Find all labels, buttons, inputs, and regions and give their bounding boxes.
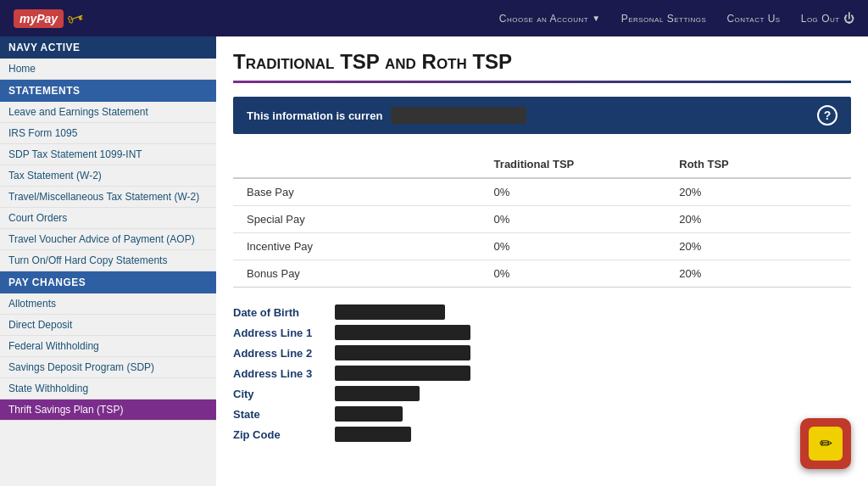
row-traditional: 0% — [481, 206, 666, 233]
personal-info-row: Address Line 2 — [233, 345, 851, 360]
sidebar-item-label: Travel Voucher Advice of Payment (AOP) — [8, 233, 195, 245]
row-label: Base Pay — [233, 178, 481, 206]
account-section-label: NAVY ACTIVE — [8, 42, 81, 53]
sidebar-item-state-withholding[interactable]: State Withholding — [0, 378, 216, 399]
info-banner-label: This information is curren — [247, 109, 382, 122]
choose-account-label: Choose an Account — [499, 13, 588, 25]
personal-settings-link[interactable]: Personal Settings — [621, 13, 707, 25]
sidebar-item-direct-deposit[interactable]: Direct Deposit — [0, 315, 216, 336]
pay-changes-header: PAY CHANGES — [0, 271, 216, 293]
row-label: Incentive Pay — [233, 233, 481, 260]
personal-info-row: City — [233, 386, 851, 401]
sidebar-item-label: Turn On/Off Hard Copy Statements — [8, 254, 167, 266]
top-nav-links: Choose an Account ▼ Personal Settings Co… — [499, 12, 854, 25]
sidebar-item-travel-tax[interactable]: Travel/Miscellaneous Tax Statement (W-2) — [0, 187, 216, 208]
top-navigation: myPay 🗝 Choose an Account ▼ Personal Set… — [0, 0, 868, 36]
sidebar-item-irs-form[interactable]: IRS Form 1095 — [0, 123, 216, 144]
table-row: Bonus Pay 0% 20% — [233, 260, 851, 288]
redacted-value — [335, 406, 403, 422]
help-icon[interactable]: ? — [817, 105, 837, 126]
personal-info-row: Zip Code — [233, 427, 851, 442]
sidebar-item-federal-withholding[interactable]: Federal Withholding — [0, 336, 216, 357]
sidebar-item-label: Leave and Earnings Statement — [8, 106, 148, 118]
sidebar-home-link[interactable]: Home — [0, 59, 216, 80]
personal-info-section: Date of Birth Address Line 1 Address Lin… — [233, 304, 851, 442]
sidebar-item-label: Allotments — [8, 298, 56, 310]
sidebar-item-sdp[interactable]: Savings Deposit Program (SDP) — [0, 357, 216, 378]
info-banner-text: This information is curren — [247, 107, 526, 124]
statements-header: STATEMENTS — [0, 80, 216, 102]
personal-info-row: Address Line 1 — [233, 325, 851, 340]
col-header-roth: Roth TSP — [665, 151, 851, 178]
power-icon: ⏻ — [843, 12, 855, 25]
redacted-value — [335, 304, 445, 320]
row-roth: 20% — [665, 260, 851, 288]
personal-info-label: Date of Birth — [233, 306, 335, 319]
col-header-traditional: Traditional TSP — [481, 151, 666, 178]
sidebar-item-label: Thrift Savings Plan (TSP) — [8, 404, 123, 416]
pencil-icon: ✏ — [820, 434, 832, 453]
tsp-table: Traditional TSP Roth TSP Base Pay 0% 20%… — [233, 151, 851, 288]
sidebar-item-label: Savings Deposit Program (SDP) — [8, 361, 154, 373]
pay-changes-header-label: PAY CHANGES — [8, 277, 86, 288]
personal-info-label: Address Line 2 — [233, 347, 335, 360]
info-banner: This information is curren ? — [233, 97, 851, 134]
table-row: Incentive Pay 0% 20% — [233, 233, 851, 260]
edit-icon: ✏ — [809, 427, 843, 461]
personal-info-label: Address Line 1 — [233, 327, 335, 339]
title-divider — [233, 81, 851, 83]
personal-info-label: State — [233, 408, 335, 421]
table-row: Special Pay 0% 20% — [233, 206, 851, 233]
sidebar-item-label: Federal Withholding — [8, 340, 99, 352]
sidebar-item-label: Direct Deposit — [8, 319, 72, 331]
row-traditional: 0% — [481, 260, 666, 288]
contact-us-label: Contact Us — [726, 13, 780, 25]
personal-info-row: State — [233, 406, 851, 422]
redacted-value — [335, 386, 420, 401]
personal-info-row: Address Line 3 — [233, 366, 851, 381]
logout-label: Log Out — [801, 13, 840, 25]
redacted-value — [335, 366, 470, 381]
sidebar-item-tsp[interactable]: Thrift Savings Plan (TSP) — [0, 399, 216, 421]
logout-link[interactable]: Log Out ⏻ — [801, 12, 854, 25]
col-header-label — [233, 151, 481, 178]
personal-info-label: Zip Code — [233, 428, 335, 441]
sidebar-item-allotments[interactable]: Allotments — [0, 293, 216, 315]
sidebar-item-hard-copy[interactable]: Turn On/Off Hard Copy Statements — [0, 250, 216, 271]
main-content: Traditional TSP and Roth TSP This inform… — [216, 36, 868, 486]
redacted-value — [335, 345, 470, 360]
page-layout: NAVY ACTIVE Home STATEMENTS Leave and Ea… — [0, 36, 868, 486]
row-roth: 20% — [665, 178, 851, 206]
row-roth: 20% — [665, 233, 851, 260]
sidebar-item-tax-w2[interactable]: Tax Statement (W-2) — [0, 165, 216, 187]
sidebar: NAVY ACTIVE Home STATEMENTS Leave and Ea… — [0, 36, 216, 486]
logo-area: myPay 🗝 — [14, 8, 84, 28]
help-label: ? — [824, 109, 832, 122]
row-label: Bonus Pay — [233, 260, 481, 288]
sidebar-item-label: Tax Statement (W-2) — [8, 170, 102, 182]
row-roth: 20% — [665, 206, 851, 233]
row-traditional: 0% — [481, 178, 666, 206]
logo-text: myPay — [14, 9, 64, 28]
redacted-date — [391, 107, 526, 124]
sidebar-item-label: SDP Tax Statement 1099-INT — [8, 148, 142, 160]
choose-account-link[interactable]: Choose an Account ▼ — [499, 13, 601, 25]
sidebar-item-travel-voucher[interactable]: Travel Voucher Advice of Payment (AOP) — [0, 229, 216, 250]
sidebar-item-leave-earnings[interactable]: Leave and Earnings Statement — [0, 102, 216, 123]
personal-info-row: Date of Birth — [233, 304, 851, 320]
contact-us-link[interactable]: Contact Us — [726, 13, 780, 25]
statements-header-label: STATEMENTS — [8, 85, 81, 97]
account-section-header: NAVY ACTIVE — [0, 36, 216, 59]
table-row: Base Pay 0% 20% — [233, 178, 851, 206]
sidebar-item-label: State Withholding — [8, 383, 88, 394]
sidebar-item-label: IRS Form 1095 — [8, 127, 77, 139]
sidebar-item-court-orders[interactable]: Court Orders — [0, 208, 216, 229]
dropdown-arrow-icon: ▼ — [592, 14, 600, 23]
sidebar-item-label: Travel/Miscellaneous Tax Statement (W-2) — [8, 191, 199, 203]
key-icon: 🗝 — [64, 6, 87, 30]
page-title: Traditional TSP and Roth TSP — [233, 50, 851, 74]
redacted-value — [335, 427, 411, 442]
edit-fab-button[interactable]: ✏ — [800, 418, 851, 469]
sidebar-item-label: Court Orders — [8, 212, 67, 224]
sidebar-item-sdp-tax[interactable]: SDP Tax Statement 1099-INT — [0, 144, 216, 165]
